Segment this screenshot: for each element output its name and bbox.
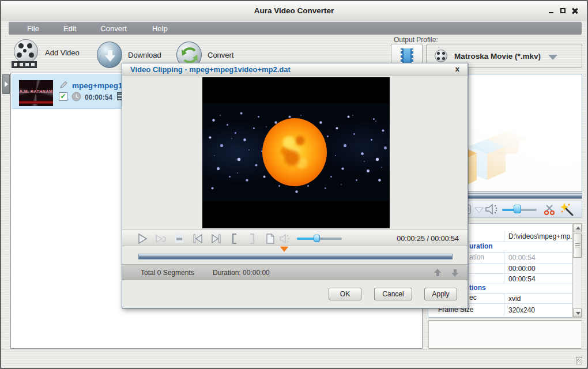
menu-help[interactable]: Help [146, 24, 174, 33]
edit-pencil-icon[interactable] [59, 80, 69, 89]
mark-end-icon [246, 232, 258, 245]
scroll-down-icon[interactable] [573, 308, 582, 317]
video-duration: 00:00:54 [85, 93, 112, 101]
window-title: Aura Video Converter [1, 6, 587, 15]
scroll-up-icon[interactable] [573, 224, 582, 232]
video-frame [202, 77, 390, 228]
scrollbar-thumb[interactable] [573, 234, 582, 258]
profile-reel-icon [435, 50, 447, 62]
dialog-volume-handle[interactable] [314, 235, 320, 242]
fireball [262, 118, 327, 186]
download-label: Download [128, 51, 161, 59]
convert-label: Convert [208, 51, 234, 59]
cancel-button[interactable]: Cancel [374, 288, 412, 300]
menu-bar: File Edit Convert Help [9, 22, 582, 35]
resize-grip[interactable] [576, 357, 582, 364]
add-video-button[interactable]: Add Video [13, 39, 80, 66]
video-clipping-dialog: Video Clipping - mpeg+mpeg1video+mp2.dat… [122, 63, 468, 308]
time-display: 00:00:25 / 00:00:54 [397, 235, 459, 243]
video-title: mpeg+mpeg1v [72, 81, 127, 90]
dialog-close-icon[interactable]: x [455, 65, 459, 73]
maximize-icon[interactable] [560, 7, 566, 14]
download-icon [97, 42, 122, 68]
ok-button[interactable]: OK [329, 288, 361, 300]
apply-button[interactable]: Apply [424, 288, 457, 300]
menu-convert[interactable]: Convert [95, 24, 133, 33]
minimize-icon[interactable] [548, 7, 555, 14]
video-thumbnail: A.M. RATHNAM [19, 80, 53, 106]
starfield [202, 103, 390, 201]
filmstrip-icon [401, 48, 413, 64]
properties-scrollbar[interactable] [572, 223, 582, 318]
window-titlebar[interactable]: Aura Video Converter [1, 1, 587, 21]
scissors-icon[interactable] [544, 204, 556, 216]
speaker-icon[interactable] [485, 204, 499, 215]
app-window: Aura Video Converter File Edit Convert H… [0, 0, 588, 369]
description-box [428, 320, 582, 349]
video-checkbox[interactable]: ✓ [59, 92, 67, 101]
stop-icon[interactable] [173, 232, 186, 245]
output-profile-label: Output Profile: [394, 36, 438, 44]
clock-icon [71, 92, 81, 101]
player-controls-bar: 00:00:25 / 00:00:54 [122, 229, 468, 246]
mute-speaker-icon [279, 232, 292, 245]
preview-volume-handle[interactable] [514, 205, 521, 213]
seek-marker[interactable] [280, 247, 288, 252]
dropdown-triangle-icon[interactable] [474, 208, 484, 213]
clip-progressbar[interactable] [138, 254, 453, 259]
previous-frame-icon[interactable] [191, 232, 204, 245]
thumbnail-caption: A.M. RATHNAM [19, 89, 53, 93]
menu-file[interactable]: File [21, 24, 45, 33]
menu-edit[interactable]: Edit [58, 24, 82, 33]
move-down-icon [451, 268, 459, 277]
magic-wand-icon[interactable] [560, 202, 575, 217]
close-icon[interactable] [571, 7, 578, 14]
new-segment-icon[interactable] [264, 232, 277, 245]
dialog-title: Video Clipping - mpeg+mpeg1video+mp2.dat [130, 65, 291, 74]
next-frame-icon[interactable] [210, 232, 223, 245]
play-segments-icon [154, 232, 167, 245]
segments-total: Total 0 Segments [141, 269, 194, 277]
move-up-icon [434, 268, 442, 277]
mark-start-icon[interactable] [228, 232, 241, 245]
segments-header: Total 0 Segments Duration: 00:00:00 [122, 264, 468, 280]
segments-duration: Duration: 00:00:00 [213, 269, 270, 277]
dialog-titlebar[interactable]: Video Clipping - mpeg+mpeg1video+mp2.dat… [122, 63, 468, 76]
status-bar [1, 349, 587, 368]
chevron-down-icon [548, 55, 557, 60]
film-reel-icon [13, 39, 39, 66]
panel-collapse-flap[interactable] [2, 74, 10, 94]
chevron-right-icon [5, 81, 8, 87]
profile-value: Matroska Movie (*.mkv) [454, 52, 541, 61]
play-icon[interactable] [136, 232, 149, 245]
add-video-label: Add Video [45, 48, 80, 57]
file-path-value: D:\videos\mpeg+mp... [504, 231, 572, 242]
